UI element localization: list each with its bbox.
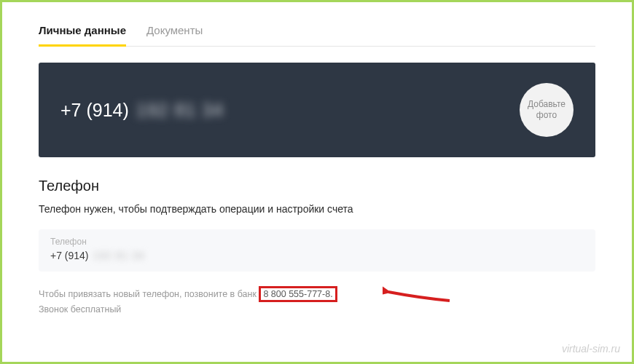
watermark: virtual-sim.ru xyxy=(562,343,620,355)
tab-documents[interactable]: Документы xyxy=(146,17,203,46)
add-photo-label: Добавьте фото xyxy=(520,99,574,121)
profile-hero: +7 (914) 192 81 34 Добавьте фото xyxy=(39,63,595,157)
phone-box-masked: 192 81 34 xyxy=(93,250,145,261)
phone-display-box: Телефон +7 (914) 192 81 34 xyxy=(39,229,595,272)
support-note: Чтобы привязать новый телефон, позвоните… xyxy=(39,286,595,317)
note-line2: Звонок бесплатный xyxy=(39,304,121,314)
tabs: Личные данные Документы xyxy=(39,17,595,47)
support-phone-highlight: 8 800 555-777-8. xyxy=(259,286,337,302)
phone-box-prefix: +7 (914) xyxy=(50,250,89,261)
phone-box-value: +7 (914) 192 81 34 xyxy=(50,250,584,261)
hero-phone-number: +7 (914) 192 81 34 xyxy=(60,100,224,121)
note-text-before: Чтобы привязать новый телефон, позвоните… xyxy=(39,289,259,299)
add-photo-button[interactable]: Добавьте фото xyxy=(520,83,574,137)
annotation-arrow-icon xyxy=(383,285,452,306)
tab-personal-data[interactable]: Личные данные xyxy=(39,17,126,46)
section-description: Телефон нужен, чтобы подтверждать операц… xyxy=(39,203,595,215)
hero-phone-masked: 192 81 34 xyxy=(136,100,224,121)
hero-phone-prefix: +7 (914) xyxy=(60,100,129,121)
phone-box-label: Телефон xyxy=(50,237,584,247)
section-title-phone: Телефон xyxy=(39,178,595,194)
